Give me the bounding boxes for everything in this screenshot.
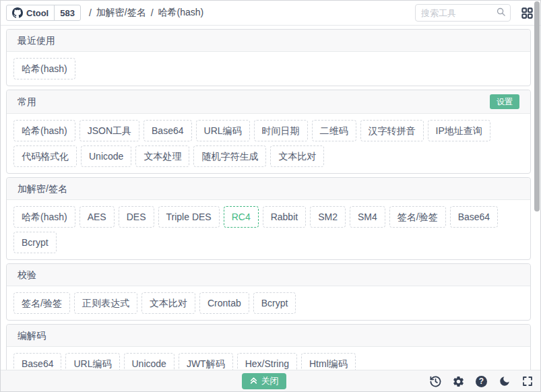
section-body: 签名/验签正则表达式文本比对CrontabBcrypt	[7, 286, 530, 320]
section-title: 编解码	[18, 329, 46, 342]
top-bar: Ctool 583 /加解密/签名/哈希(hash)	[1, 1, 540, 26]
tool-item-button[interactable]: Rabbit	[263, 206, 306, 228]
github-icon	[12, 7, 23, 18]
close-panel-button[interactable]: 关闭	[242, 373, 286, 389]
breadcrumb: /加解密/签名/哈希(hash)	[89, 7, 203, 19]
section-body: Base64URL编码UnicodeJWT解码Hex/StringHtml编码	[7, 347, 530, 371]
tool-item-button[interactable]: Bcrypt	[13, 232, 57, 253]
tool-search-box[interactable]	[415, 4, 511, 22]
help-icon[interactable]	[475, 375, 488, 388]
section-header: 最近使用	[7, 30, 530, 52]
tool-item-button[interactable]: 随机字符生成	[193, 145, 266, 167]
tool-category-card: 加解密/签名 哈希(hash)AESDESTriple DESRC4Rabbit…	[6, 177, 531, 260]
tool-item-button[interactable]: 代码格式化	[13, 145, 77, 167]
tool-item-button[interactable]: 二维码	[312, 120, 356, 141]
fullscreen-icon[interactable]	[521, 375, 534, 388]
tool-item-button[interactable]: JSON工具	[79, 120, 139, 141]
tool-item-button[interactable]: Base64	[13, 353, 61, 371]
tool-item-button[interactable]: SM2	[310, 206, 346, 228]
tool-item-button[interactable]: 哈希(hash)	[13, 120, 75, 141]
search-icon	[496, 7, 506, 19]
tool-item-button[interactable]: Unicode	[124, 353, 174, 371]
tool-category-card: 常用 设置 哈希(hash)JSON工具Base64URL编码时间日期二维码汉字…	[6, 90, 531, 174]
close-button-label: 关闭	[261, 375, 279, 387]
github-badge-label[interactable]: Ctool	[7, 5, 54, 20]
question-mark-glyph	[476, 376, 487, 387]
tool-item-button[interactable]: 签名/验签	[389, 206, 446, 228]
section-header: 校验	[7, 264, 530, 286]
tool-item-button[interactable]: AES	[79, 206, 115, 228]
tool-item-button[interactable]: Crontab	[199, 292, 249, 314]
breadcrumb-separator: /	[89, 7, 92, 18]
tool-sections: 最近使用 哈希(hash) 常用 设置 哈希(hash)JSON工具Base64…	[1, 26, 540, 371]
tool-item-button[interactable]: 正则表达式	[74, 292, 137, 314]
section-body: 哈希(hash)JSON工具Base64URL编码时间日期二维码汉字转拼音IP地…	[7, 114, 530, 173]
tool-item-button[interactable]: 文本比对	[270, 145, 324, 167]
tool-item-button[interactable]: Base64	[450, 206, 498, 228]
ctool-window: { "header": { "logo_text": "Ctool", "log…	[0, 0, 541, 392]
tool-category-card: 最近使用 哈希(hash)	[6, 29, 531, 86]
scrollbar-thumb[interactable]	[534, 1, 540, 211]
tool-item-button[interactable]: 汉字转拼音	[360, 120, 424, 141]
tool-category-card: 校验 签名/验签正则表达式文本比对CrontabBcrypt	[6, 263, 531, 321]
tool-item-button[interactable]: 签名/验签	[13, 292, 70, 314]
tool-item-button[interactable]: URL编码	[65, 353, 119, 371]
tool-item-button[interactable]: Hex/String	[237, 353, 297, 371]
tool-item-button[interactable]: Base64	[144, 120, 191, 141]
tool-item-button[interactable]: IP地址查询	[428, 120, 490, 141]
breadcrumb-item[interactable]: 哈希(hash)	[158, 7, 204, 19]
section-body: 哈希(hash)AESDESTriple DESRC4RabbitSM2SM4签…	[7, 200, 530, 259]
github-star-badge[interactable]: Ctool 583	[6, 5, 81, 21]
tool-item-button[interactable]: 哈希(hash)	[13, 58, 75, 79]
tool-category-card: 编解码 Base64URL编码UnicodeJWT解码Hex/StringHtm…	[6, 324, 531, 371]
settings-gear-icon[interactable]	[452, 375, 465, 388]
scrollbar-track[interactable]	[534, 1, 540, 346]
search-input[interactable]	[421, 8, 496, 18]
section-header: 常用 设置	[7, 90, 530, 114]
history-icon[interactable]	[429, 375, 442, 388]
tool-item-button[interactable]: 哈希(hash)	[13, 206, 75, 228]
section-title: 加解密/签名	[18, 182, 67, 195]
footer-icon-group	[429, 370, 534, 392]
section-title: 常用	[18, 95, 36, 108]
section-header: 加解密/签名	[7, 178, 530, 200]
tool-item-button[interactable]: DES	[119, 206, 154, 228]
tool-item-button[interactable]: 文本比对	[141, 292, 195, 314]
tool-item-button[interactable]: RC4	[224, 206, 259, 228]
tool-item-button[interactable]: SM4	[350, 206, 385, 228]
section-body: 哈希(hash)	[7, 52, 530, 86]
github-star-count[interactable]: 583	[54, 5, 80, 20]
breadcrumb-item[interactable]: 加解密/签名	[96, 7, 146, 19]
tool-item-button[interactable]: Bcrypt	[253, 292, 296, 314]
footer-bar: 关闭	[1, 370, 540, 391]
grid-view-icon[interactable]	[519, 5, 535, 21]
double-chevron-up-icon	[249, 376, 258, 387]
tool-item-button[interactable]: URL编码	[196, 120, 250, 141]
tool-item-button[interactable]: Triple DES	[158, 206, 220, 228]
tool-item-button[interactable]: 时间日期	[254, 120, 308, 141]
section-header: 编解码	[7, 325, 530, 347]
tool-item-button[interactable]: Html编码	[301, 353, 356, 371]
breadcrumb-separator: /	[151, 7, 154, 18]
tool-item-button[interactable]: Unicode	[81, 145, 131, 167]
tool-item-button[interactable]: JWT解码	[179, 353, 233, 371]
settings-button[interactable]: 设置	[490, 94, 519, 109]
tool-item-button[interactable]: 文本处理	[135, 145, 189, 167]
section-title: 校验	[18, 268, 36, 282]
app-title: Ctool	[26, 8, 49, 18]
section-title: 最近使用	[18, 34, 55, 47]
dark-mode-moon-icon[interactable]	[498, 375, 511, 388]
